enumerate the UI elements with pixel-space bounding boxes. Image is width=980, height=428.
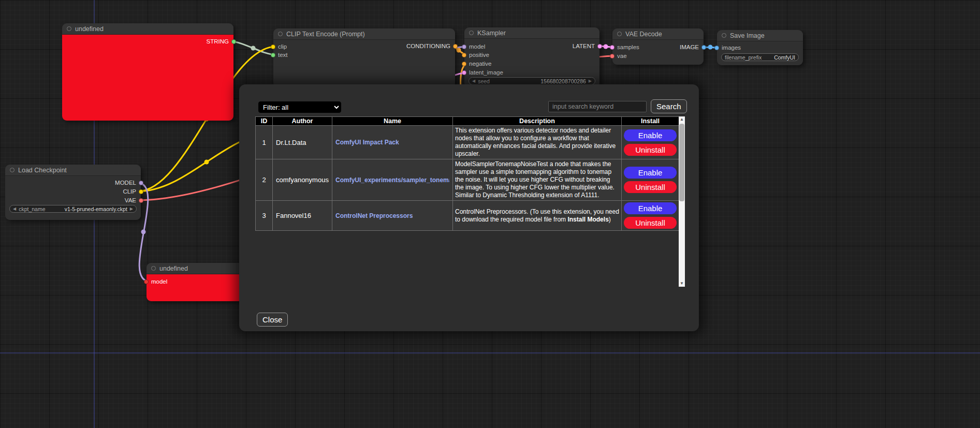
input-slot-clip[interactable]: clip [271,42,287,51]
input-slot-model[interactable]: model [144,277,167,286]
node-undefined-top[interactable]: undefined STRING [62,23,233,121]
node-header[interactable]: KSampler [464,27,599,39]
enable-button[interactable]: Enable [624,129,677,141]
extension-link[interactable]: ComfyUI_experiments/sampler_tonemap [335,176,449,184]
header-author: Author [273,117,332,126]
seed-decrement-icon[interactable]: ◀ [472,79,475,83]
collapse-dot-icon[interactable] [617,32,622,36]
output-label-conditioning: CONDITIONING [406,43,450,49]
input-slot-latent-image[interactable]: latent_image [462,68,503,77]
output-slot-model[interactable]: MODEL [115,179,143,187]
output-dot-image-icon[interactable] [701,45,706,50]
scrollbar-down-icon[interactable]: ▼ [679,281,685,287]
output-slot-conditioning[interactable]: CONDITIONING [406,42,458,50]
wire-string-to-text [230,41,276,55]
node-header[interactable]: undefined [62,23,233,35]
output-dot-vae-icon[interactable] [139,198,143,203]
input-slot-positive[interactable]: positive [462,51,489,59]
node-body[interactable]: MODEL CLIP VAE ◀ ckpt_name v1-5-pruned-e… [5,176,141,220]
scrollbar-thumb[interactable] [679,124,684,201]
wire-image-midpoint-dot-icon [708,45,713,50]
output-dot-clip-icon[interactable] [139,189,143,194]
collapse-dot-icon[interactable] [469,31,474,35]
ckpt-prev-icon[interactable]: ◀ [13,207,16,211]
output-slot-image[interactable]: IMAGE [680,43,706,51]
input-slot-vae[interactable]: vae [610,52,627,60]
node-body[interactable]: images filename_prefix ComfyUI [717,41,803,65]
cell-author: Dr.Lt.Data [273,126,332,159]
input-slot-negative[interactable]: negative [462,60,491,68]
close-button[interactable]: Close [257,313,288,327]
input-label-negative: negative [469,61,491,67]
input-dot-images-icon[interactable] [714,46,719,50]
seed-increment-icon[interactable]: ▶ [589,79,592,83]
output-slot-clip[interactable]: CLIP [123,187,143,196]
extension-link[interactable]: ControlNet Preprocessors [335,212,449,219]
table-scrollbar[interactable]: ▲ ▼ [679,116,685,287]
node-load-checkpoint[interactable]: Load Checkpoint MODEL CLIP VAE ◀ ckpt_na… [5,165,141,220]
output-slot-string[interactable]: STRING [207,37,236,46]
output-dot-conditioning-icon[interactable] [453,44,458,49]
input-slot-text[interactable]: text [271,51,288,59]
uninstall-button[interactable]: Uninstall [624,217,677,229]
node-vae-decode[interactable]: VAE Decode samples vae IMAGE [612,28,704,65]
node-body[interactable]: clip text CONDITIONING [273,40,455,87]
filename-prefix-widget[interactable]: filename_prefix ComfyUI [721,53,799,61]
search-button[interactable]: Search [651,99,687,113]
input-slot-model[interactable]: model [462,42,485,51]
input-dot-clip-icon[interactable] [271,45,275,49]
collapse-dot-icon[interactable] [278,32,283,36]
input-dot-model-icon[interactable] [462,45,466,49]
node-header[interactable]: Load Checkpoint [5,165,141,176]
input-dot-positive-icon[interactable] [462,53,466,57]
input-dot-vae-icon[interactable] [610,54,615,58]
output-slot-latent[interactable]: LATENT [573,42,602,50]
collapse-dot-icon[interactable] [67,26,71,31]
search-input[interactable] [548,101,647,112]
uninstall-button[interactable]: Uninstall [624,144,677,156]
custom-nodes-installer-dialog: Filter: all Search ID Author Name Descri… [239,84,699,331]
input-slot-samples[interactable]: samples [610,43,639,51]
enable-button[interactable]: Enable [624,167,677,179]
scrollbar-up-icon[interactable]: ▲ [679,116,685,123]
input-slot-images[interactable]: images [714,43,741,52]
table-header-row: ID Author Name Description Install [256,117,679,126]
extension-link[interactable]: ComfyUI Impact Pack [335,139,449,146]
node-save-image[interactable]: Save Image images filename_prefix ComfyU… [717,30,803,65]
input-dot-samples-icon[interactable] [610,45,615,50]
input-dot-model-icon[interactable] [144,279,149,284]
collapse-dot-icon[interactable] [151,266,156,271]
node-body[interactable]: model positive negative latent_image LAT… [464,39,599,88]
ckpt-next-icon[interactable]: ▶ [130,207,133,211]
description-bold-text: Install Models [567,216,608,223]
filter-select[interactable]: Filter: all [258,101,341,113]
collapse-dot-icon[interactable] [10,168,14,172]
description-text: This extension offers various detector n… [455,127,616,157]
node-title: KSampler [477,29,506,37]
extensions-table: ID Author Name Description Install 1 Dr.… [255,116,679,231]
input-label-text: text [278,52,288,58]
collapse-dot-icon[interactable] [722,33,726,38]
header-install: Install [622,117,679,126]
output-dot-latent-icon[interactable] [597,44,602,49]
seed-widget[interactable]: ◀ seed 156680208700286 ▶ [469,77,595,85]
node-clip-text-encode[interactable]: CLIP Text Encode (Prompt) clip text COND… [273,28,455,87]
input-dot-latent-image-icon[interactable] [462,70,466,75]
node-ksampler[interactable]: KSampler model positive negative latent_… [464,27,599,88]
filename-prefix-value: ComfyUI [774,54,795,61]
ckpt-name-widget[interactable]: ◀ ckpt_name v1-5-pruned-emaonly.ckpt ▶ [9,205,137,213]
cell-description: ModelSamplerTonemapNoiseTest a node that… [453,159,622,201]
enable-button[interactable]: Enable [624,202,677,214]
uninstall-button[interactable]: Uninstall [624,181,677,193]
input-dot-text-icon[interactable] [271,53,275,57]
input-dot-negative-icon[interactable] [462,62,466,66]
node-body[interactable]: STRING [62,35,233,121]
node-body[interactable]: samples vae IMAGE [612,40,704,65]
node-header[interactable]: Save Image [717,30,803,41]
output-slot-vae[interactable]: VAE [125,196,143,204]
output-dot-model-icon[interactable] [139,181,143,185]
node-header[interactable]: CLIP Text Encode (Prompt) [273,28,455,40]
table-row: 2 comfyanonymous ComfyUI_experiments/sam… [256,159,679,201]
output-dot-string-icon[interactable] [231,39,236,44]
node-header[interactable]: VAE Decode [612,28,704,40]
